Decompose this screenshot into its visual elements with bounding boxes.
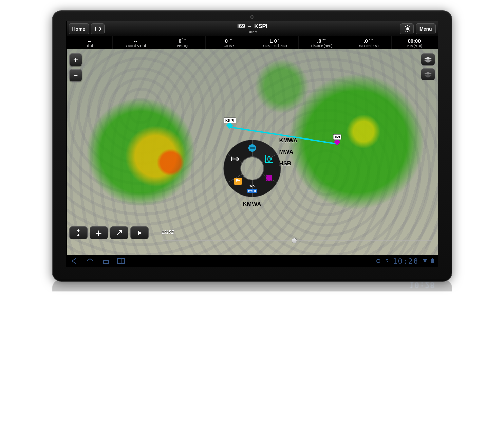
screenshot-icon[interactable] — [117, 258, 126, 264]
radial-wx-badge: MVFR — [247, 189, 257, 193]
zoom-in-button[interactable]: ＋ — [69, 53, 82, 66]
app-topbar: Home I69 → KSPI Direct — [67, 21, 438, 36]
waypoint-label-i69: I69 — [333, 134, 341, 140]
route-title-wrap: I69 → KSPI Direct — [107, 23, 398, 34]
menu-button[interactable]: Menu — [416, 23, 436, 34]
cell-eta-next: 00:00 ETA (Next) — [392, 36, 438, 49]
radial-label-mwa[interactable]: MWA — [279, 149, 298, 155]
play-button[interactable] — [130, 226, 149, 239]
battery-icon — [431, 258, 434, 264]
split-icon — [75, 229, 82, 236]
svg-line-8 — [409, 31, 410, 31]
cell-xte: L 0FT Cross Track Error — [252, 36, 299, 49]
arrow-diag-icon — [115, 229, 123, 236]
timeline-thumb[interactable] — [292, 238, 297, 243]
cell-dist-dest: .0NM Distance (Dest) — [345, 36, 392, 49]
radial-label-hsb[interactable]: HSB — [279, 160, 298, 167]
cell-altitude: -- Altitude — [67, 36, 113, 49]
system-clock: 10:28 — [393, 257, 418, 265]
tablet-reflection: 10:28 — [52, 279, 452, 347]
direct-to-icon — [95, 26, 101, 32]
route-title: I69 → KSPI — [107, 23, 398, 30]
aircraft-icon — [95, 229, 102, 236]
svg-rect-41 — [432, 258, 433, 259]
home-button[interactable]: Home — [69, 23, 89, 34]
timeline-slider[interactable] — [162, 240, 432, 241]
play-icon — [136, 230, 143, 236]
split-view-button[interactable] — [69, 226, 88, 239]
svg-point-2 — [406, 27, 409, 30]
radial-wx-label: WX — [249, 184, 255, 187]
layers-button-2[interactable] — [421, 68, 435, 80]
tablet-device-frame: Home I69 → KSPI Direct — [52, 10, 452, 282]
brightness-button[interactable] — [400, 23, 414, 34]
layers-button[interactable] — [421, 53, 435, 66]
camera-dot — [250, 15, 254, 19]
svg-rect-34 — [104, 260, 108, 264]
app-screen: Home I69 → KSPI Direct — [66, 21, 438, 267]
zoom-out-button[interactable]: － — [69, 69, 82, 82]
direct-to-button[interactable] — [91, 23, 105, 34]
layers-icon — [424, 71, 432, 78]
svg-rect-28 — [234, 178, 242, 185]
radial-label-kmwa[interactable]: KMWA — [279, 137, 298, 144]
home-icon[interactable] — [86, 258, 94, 264]
map-mode-buttons — [69, 226, 149, 239]
cell-groundspeed: -- Ground Speed — [113, 36, 159, 49]
waypoint-label-kspi: KSPI — [224, 118, 236, 123]
radial-flag-icon — [234, 178, 242, 185]
svg-line-7 — [405, 26, 406, 27]
brightness-icon — [404, 25, 410, 33]
svg-marker-39 — [423, 259, 427, 263]
svg-line-10 — [405, 31, 406, 31]
recent-apps-icon[interactable] — [101, 258, 110, 264]
svg-line-31 — [117, 231, 121, 235]
sync-icon — [376, 258, 381, 264]
svg-line-9 — [409, 26, 410, 27]
radial-hsb-icon — [265, 174, 273, 182]
flight-data-strip: -- Altitude -- Ground Speed 0° M Bearing… — [67, 36, 438, 49]
radar-timestamp: 1315Z — [162, 229, 174, 235]
svg-rect-40 — [431, 259, 434, 263]
route-subtitle: Direct — [107, 30, 398, 34]
usb-icon — [385, 258, 389, 264]
radial-airport-icon — [248, 144, 256, 152]
back-icon[interactable] — [70, 258, 79, 264]
svg-point-38 — [377, 259, 380, 263]
radial-side-labels: KMWA MWA HSB — [279, 132, 298, 172]
cell-bearing: 0° M Bearing — [159, 36, 206, 49]
cell-dist-next: .0NM Distance (Next) — [299, 36, 345, 49]
layers-icon — [424, 56, 432, 63]
svg-rect-20 — [250, 147, 255, 149]
radial-menu[interactable]: WX MVFR KMWA MWA HSB KMWA — [222, 138, 283, 199]
radial-bottom-label[interactable]: KMWA — [243, 201, 261, 208]
wifi-icon — [422, 258, 428, 264]
svg-marker-32 — [138, 230, 142, 235]
map-canvas[interactable]: KSPI I69 ＋ － — [67, 49, 438, 255]
android-system-bar: 10:28 — [67, 255, 438, 267]
track-up-button[interactable] — [110, 226, 128, 239]
aircraft-center-button[interactable] — [90, 226, 108, 239]
cell-course: 0° M Course — [206, 36, 252, 49]
